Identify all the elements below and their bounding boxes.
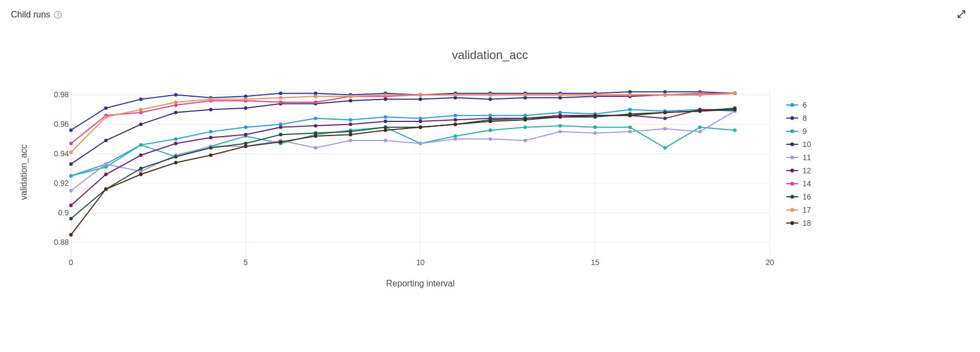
series-point[interactable] [593, 114, 597, 117]
series-point[interactable] [314, 116, 317, 120]
series-point[interactable] [419, 97, 422, 101]
series-point[interactable] [349, 118, 352, 121]
series-point[interactable] [104, 187, 108, 191]
series-point[interactable] [698, 130, 702, 133]
series-point[interactable] [698, 93, 702, 96]
series-point[interactable] [69, 217, 73, 220]
series-point[interactable] [104, 162, 108, 166]
series-point[interactable] [104, 139, 108, 142]
series-point[interactable] [209, 108, 212, 111]
series-point[interactable] [698, 109, 702, 113]
series-point[interactable] [559, 115, 562, 119]
series-point[interactable] [174, 142, 177, 145]
series-point[interactable] [209, 97, 212, 101]
series-point[interactable] [104, 107, 108, 110]
series-point[interactable] [524, 139, 527, 142]
series-point[interactable] [69, 142, 73, 145]
series-point[interactable] [559, 130, 562, 133]
series-point[interactable] [454, 118, 457, 121]
series-point[interactable] [419, 120, 422, 123]
series-point[interactable] [244, 133, 247, 136]
chart-plot-area[interactable] [71, 87, 770, 257]
series-point[interactable] [174, 101, 177, 104]
series-point[interactable] [279, 92, 282, 95]
series-point[interactable] [524, 118, 527, 121]
series-point[interactable] [104, 173, 108, 176]
series-point[interactable] [314, 124, 317, 127]
series-point[interactable] [279, 101, 282, 104]
series-point[interactable] [384, 139, 387, 142]
series-point[interactable] [733, 92, 737, 95]
series-point[interactable] [733, 128, 737, 132]
series-point[interactable] [279, 126, 282, 129]
series-line[interactable] [71, 109, 735, 234]
series-point[interactable] [384, 93, 387, 96]
legend-item[interactable]: 10 [786, 138, 811, 151]
series-point[interactable] [244, 145, 247, 148]
series-point[interactable] [419, 142, 422, 145]
series-point[interactable] [349, 95, 352, 98]
series-point[interactable] [384, 120, 387, 123]
series-point[interactable] [279, 96, 282, 99]
series-point[interactable] [384, 128, 387, 132]
legend-item[interactable]: 11 [786, 151, 811, 164]
series-point[interactable] [314, 95, 317, 98]
series-point[interactable] [628, 108, 632, 111]
series-point[interactable] [174, 161, 177, 164]
legend-item[interactable]: 18 [786, 216, 811, 230]
series-line[interactable] [71, 108, 735, 219]
series-point[interactable] [524, 126, 527, 129]
series-point[interactable] [559, 93, 562, 96]
series-point[interactable] [663, 146, 667, 149]
series-point[interactable] [593, 131, 597, 134]
series-line[interactable] [71, 93, 735, 152]
series-point[interactable] [174, 111, 177, 114]
series-point[interactable] [628, 93, 632, 96]
legend-item[interactable]: 6 [786, 98, 811, 112]
series-point[interactable] [69, 174, 73, 178]
series-point[interactable] [349, 99, 352, 102]
series-point[interactable] [349, 139, 352, 142]
series-point[interactable] [209, 130, 212, 133]
series-point[interactable] [733, 108, 737, 111]
series-point[interactable] [209, 136, 212, 139]
series-point[interactable] [69, 128, 73, 132]
series-point[interactable] [104, 115, 108, 119]
legend-item[interactable]: 9 [786, 125, 811, 138]
series-point[interactable] [209, 146, 212, 149]
series-point[interactable] [593, 93, 597, 96]
series-point[interactable] [314, 101, 317, 104]
series-point[interactable] [454, 137, 457, 140]
series-point[interactable] [314, 146, 317, 149]
series-point[interactable] [174, 93, 177, 96]
series-point[interactable] [628, 130, 632, 133]
series-line[interactable] [71, 109, 735, 175]
series-point[interactable] [139, 97, 142, 101]
series-point[interactable] [663, 111, 667, 114]
series-point[interactable] [69, 233, 73, 236]
series-point[interactable] [454, 93, 457, 96]
series-point[interactable] [279, 133, 282, 136]
series-point[interactable] [419, 93, 422, 96]
series-point[interactable] [454, 122, 457, 126]
series-point[interactable] [139, 143, 142, 146]
expand-icon[interactable] [956, 9, 967, 22]
series-point[interactable] [139, 122, 142, 126]
series-point[interactable] [454, 114, 457, 117]
series-point[interactable] [489, 128, 492, 132]
series-point[interactable] [139, 108, 142, 111]
series-point[interactable] [663, 93, 667, 96]
series-point[interactable] [139, 167, 142, 170]
series-point[interactable] [69, 150, 73, 154]
series-point[interactable] [279, 140, 282, 144]
series-point[interactable] [698, 126, 702, 129]
series-point[interactable] [139, 154, 142, 157]
legend-item[interactable]: 12 [786, 164, 811, 177]
series-point[interactable] [489, 137, 492, 140]
series-point[interactable] [489, 97, 492, 101]
series-point[interactable] [244, 97, 247, 101]
help-icon[interactable] [54, 10, 62, 19]
legend-item[interactable]: 16 [786, 190, 811, 203]
series-point[interactable] [489, 120, 492, 123]
series-point[interactable] [419, 126, 422, 129]
